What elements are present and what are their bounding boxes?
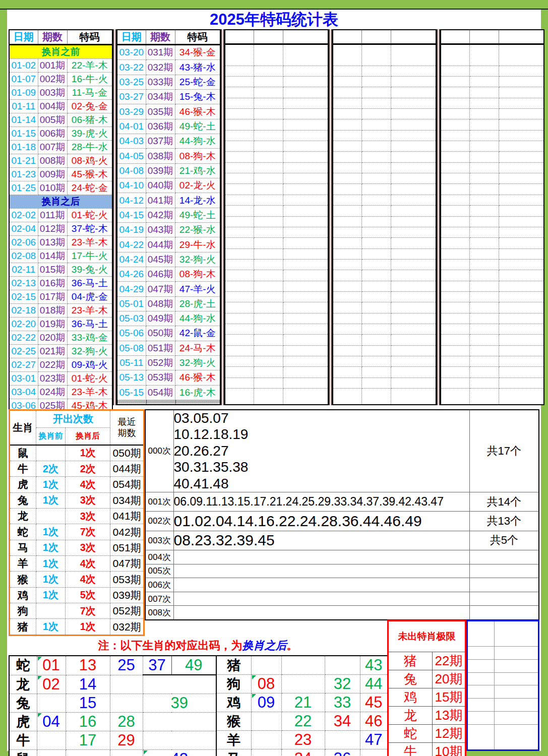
table-row: 05-11052期32-狗-火 <box>117 355 220 370</box>
table-row <box>441 377 544 388</box>
date-cell <box>441 141 469 152</box>
number-cell <box>143 712 216 731</box>
date-cell: 02-22 <box>9 331 38 345</box>
date-cell <box>333 356 361 366</box>
zodiac-cell: 龙 <box>9 675 37 694</box>
code-cell: 39-虎-火 <box>67 127 112 141</box>
empty-grid-box <box>466 620 539 751</box>
issue-cell: 043期 <box>146 223 175 237</box>
table-row <box>441 77 544 87</box>
table-row <box>225 162 328 173</box>
freq-label-cell: 003次 <box>145 531 173 550</box>
date-cell <box>225 227 254 237</box>
zodiac-numbers-right-table: 猪43狗083244鸡09213345猴223446羊2347马2436 <box>216 655 388 756</box>
code-cell: 46-猴-木 <box>175 104 220 119</box>
code-cell <box>499 227 544 237</box>
table-row: 03-22032期43-猪-水 <box>117 60 220 75</box>
code-cell: 36-马-土 <box>67 318 112 331</box>
issue-cell: 023期 <box>38 372 67 386</box>
table-row <box>225 281 328 291</box>
code-cell: 17-牛-火 <box>67 249 112 263</box>
table-row <box>225 141 328 152</box>
table-row <box>441 98 544 108</box>
number-cell <box>251 749 281 756</box>
issue-cell <box>469 141 499 152</box>
table-body <box>333 44 436 405</box>
table-row: 02-22020期33-鸡-金 <box>9 331 112 345</box>
date-cell <box>441 302 469 313</box>
empty-cell <box>495 672 539 685</box>
code-cell <box>391 98 436 108</box>
date-column-header <box>441 30 469 44</box>
table-row: 02-06013期23-羊-木 <box>9 236 112 249</box>
date-cell <box>441 77 469 87</box>
date-cell <box>441 216 469 227</box>
code-cell <box>391 44 436 66</box>
code-cell <box>499 335 544 345</box>
table-row: 04-05038期08-狗-木 <box>117 149 220 163</box>
note-text: 注：以下生肖的对应出码，为换肖之后。 <box>9 636 387 655</box>
empty-cell <box>467 711 495 724</box>
code-column-header: 特码 <box>175 30 220 45</box>
issue-cell: 002期 <box>38 73 67 86</box>
table-row: 04-10040期02-龙-火 <box>117 178 220 193</box>
number-cell: 33 <box>325 694 360 712</box>
code-cell: 22-羊-木 <box>67 59 112 73</box>
issue-cell <box>254 259 283 270</box>
date-cell <box>441 119 469 130</box>
issue-cell <box>469 259 499 270</box>
code-cell <box>391 377 436 388</box>
code-column-header <box>391 30 436 44</box>
freq-total-cell <box>469 606 539 620</box>
date-cell <box>333 248 361 259</box>
table-row: 04-01036期49-蛇-土 <box>117 119 220 134</box>
after-count-cell: 7次 <box>66 603 110 619</box>
zodiac-numbers-left-table: 蛇0113253749龙0214兔1539虎041628牛1729鼠42 <box>9 655 217 756</box>
issue-column-header: 期数 <box>38 30 67 45</box>
issue-cell <box>469 367 499 377</box>
table-row: 羊2347 <box>216 731 388 749</box>
after-count-cell: 4次 <box>66 572 110 587</box>
freq-line: 30.31.35.38 <box>174 459 469 475</box>
table-row <box>225 66 328 76</box>
date-cell <box>333 184 361 195</box>
date-cell <box>225 109 254 119</box>
issue-cell: 008期 <box>38 154 67 168</box>
table-row: 04-26046期08-狗-木 <box>117 267 220 282</box>
date-cell: 04-10 <box>117 178 146 193</box>
date-cell <box>225 313 254 324</box>
draw-group-4 <box>332 29 437 405</box>
code-cell: 25-蛇-金 <box>175 75 220 89</box>
date-cell <box>333 291 361 302</box>
code-cell <box>499 98 544 108</box>
table-row <box>225 173 328 184</box>
date-cell <box>333 162 361 173</box>
number-cell: 37 <box>143 656 171 675</box>
table-row <box>441 270 544 281</box>
table-row: 02-25021期32-狗-火 <box>9 345 112 358</box>
issue-cell <box>254 345 283 356</box>
recent-issue-cell: 052期 <box>110 603 144 619</box>
freq-label-cell: 006次 <box>145 578 173 592</box>
table-row: 狗083244 <box>216 675 388 694</box>
recent-issue-cell: 051期 <box>110 540 144 555</box>
issue-column-header <box>469 30 499 44</box>
after-count-cell: 4次 <box>66 477 110 492</box>
table-body <box>225 44 328 405</box>
table-row: 04-22044期29-牛-水 <box>117 237 220 252</box>
table-row <box>441 389 544 405</box>
code-cell <box>391 259 436 270</box>
table-row: 01-18007期28-牛-水 <box>9 141 112 154</box>
code-cell: 04-虎-金 <box>67 290 112 304</box>
code-cell <box>283 184 328 195</box>
code-cell <box>499 173 544 184</box>
issue-cell: 003期 <box>38 86 67 100</box>
issue-cell <box>361 248 391 259</box>
freq-label-cell: 005次 <box>145 564 173 578</box>
code-cell: 01-蛇-火 <box>67 372 112 386</box>
code-cell <box>391 313 436 324</box>
table-row <box>333 206 436 216</box>
issue-cell <box>254 130 283 141</box>
limit-header-row: 未出特肖极限 <box>388 621 466 652</box>
date-cell <box>225 281 254 291</box>
